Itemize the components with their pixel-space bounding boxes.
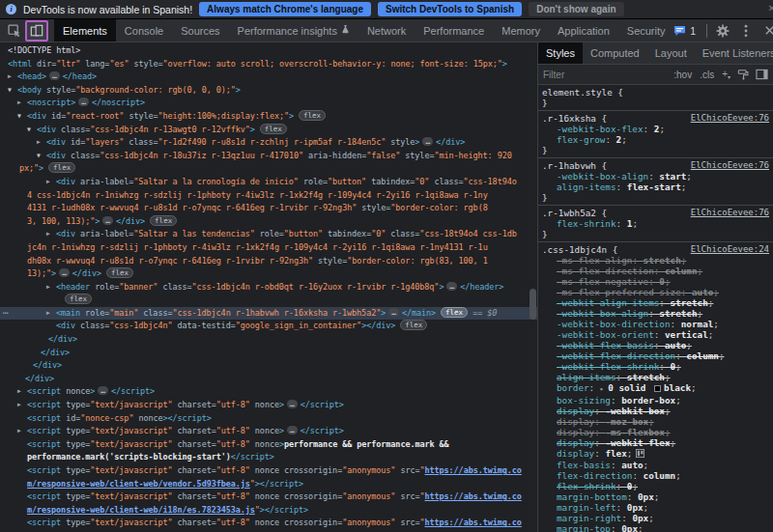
dom-tree-node[interactable]: ▼<body style="background-color: rgb(0, 0… <box>0 84 537 98</box>
dom-tree-node[interactable]: ⋯▶<main role="main" class="css-1dbjc4n r… <box>0 307 537 321</box>
css-property[interactable]: flex-shrink: 0; <box>542 481 770 491</box>
expand-arrow-icon[interactable]: ▶ <box>46 307 50 321</box>
expand-arrow-icon[interactable]: ▶ <box>46 281 50 294</box>
collapse-arrow-icon[interactable]: ▼ <box>8 84 12 98</box>
stylesheet-link[interactable]: ElChicoEevee:24 <box>691 244 769 255</box>
css-property[interactable]: -webkit-flex-shrink: 0; <box>542 361 770 372</box>
stylesheet-link[interactable]: ElChicoEevee:76 <box>691 113 769 124</box>
dom-tree-node[interactable]: 4 css-1dbjc4n r-1niwhzg r-sdzlij r-1phbo… <box>0 189 537 203</box>
dom-tree-node[interactable]: <div class="css-1dbjc4n" data-testid="go… <box>0 320 537 333</box>
tab-security[interactable]: Security <box>618 19 668 42</box>
expand-ellipsis[interactable]: … <box>102 216 113 225</box>
elements-scrollbar-thumb[interactable] <box>530 289 536 320</box>
flex-badge[interactable]: flex <box>106 267 133 278</box>
css-property[interactable]: -webkit-box-align: start; <box>542 171 770 182</box>
css-property[interactable]: margin-top: 0px; <box>542 523 770 532</box>
dom-tree-node[interactable]: </div> <box>0 347 537 360</box>
expand-arrow-icon[interactable]: ▶ <box>17 425 21 438</box>
toggle-element-state-button[interactable]: :hov <box>673 70 692 80</box>
css-property[interactable]: -ms-flex-negative: 0; <box>542 276 770 287</box>
dom-tree-node[interactable]: px;">flex <box>0 162 537 176</box>
dom-tree-node[interactable]: ▶<script type="text/javascript" charset=… <box>0 399 537 412</box>
dom-tree-node[interactable]: ▶<noscript>…</noscript> <box>0 97 537 110</box>
flex-editor-icon[interactable] <box>636 449 644 460</box>
expand-ellipsis[interactable]: … <box>59 268 70 277</box>
css-property[interactable]: display: -webkit-box; <box>542 406 770 416</box>
more-options-kebab-icon[interactable] <box>735 21 757 41</box>
expand-ellipsis[interactable]: … <box>49 71 60 80</box>
expand-ellipsis[interactable]: … <box>98 386 108 395</box>
dom-tree-node[interactable]: ▶<div id="layers" class="r-1d2f490 r-u8s… <box>0 136 537 150</box>
dom-tree-node[interactable]: </div> <box>0 373 537 386</box>
flex-badge[interactable]: flex <box>260 124 287 134</box>
css-selector[interactable]: .css-1dbjc4n {ElChicoEevee:24 <box>542 244 770 255</box>
dom-tree-node[interactable]: ▶<script nonce>…</script> <box>0 385 537 399</box>
styles-filter-input[interactable] <box>543 70 667 80</box>
css-property[interactable]: -webkit-box-align: stretch; <box>542 308 770 319</box>
dom-tree-node[interactable]: dh08x r-wwvuq4 r-u8s1d r-o7ynqc r-6416eg… <box>0 255 537 268</box>
close-devtools-icon[interactable] <box>759 21 773 41</box>
dom-tree-node[interactable]: ▶<div aria-label="Saltar a las tendencia… <box>0 228 537 241</box>
css-property[interactable]: flex-grow: 2; <box>542 134 770 145</box>
css-property[interactable]: margin-right: 0px; <box>542 513 770 523</box>
infobar-close-icon[interactable]: ✕ <box>768 3 773 14</box>
css-property[interactable]: margin-left: 0px; <box>542 502 770 513</box>
new-style-rule-button[interactable]: +▾ <box>722 69 730 80</box>
expand-arrow-icon[interactable]: ▶ <box>46 228 50 241</box>
css-property[interactable]: flex-shrink: 1; <box>542 218 770 229</box>
tab-application[interactable]: Application <box>549 19 618 42</box>
dom-tree-node[interactable]: <script type="text/javascript" charset="… <box>0 490 537 504</box>
css-property[interactable]: display: -webkit-flex; <box>542 437 770 448</box>
dom-tree-node[interactable]: ▼<div class="css-1dbjc4n r-18u37iz r-13q… <box>0 150 537 163</box>
dom-tree-node[interactable]: ▶<head>…</head> <box>0 70 537 84</box>
dom-tree-node[interactable]: performance.mark('scripts-blocking-start… <box>0 451 537 464</box>
css-property[interactable]: display: flex; <box>542 448 770 460</box>
tab-styles[interactable]: Styles <box>538 42 583 64</box>
issues-button[interactable]: 1 <box>668 25 701 37</box>
always-match-language-button[interactable]: Always match Chrome's language <box>199 2 371 16</box>
css-property[interactable]: -ms-flex-direction: column; <box>542 266 770 276</box>
css-property[interactable]: display: -ms-flexbox; <box>542 427 770 437</box>
tab-computed[interactable]: Computed <box>583 42 647 64</box>
tab-sources[interactable]: Sources <box>172 19 228 42</box>
expand-ellipsis[interactable]: … <box>287 426 298 434</box>
dom-tree-node[interactable]: ▶<header role="banner" class="css-1dbjc4… <box>0 281 537 294</box>
device-toolbar-icon[interactable] <box>25 20 48 42</box>
dom-tree-node[interactable]: <html dir="ltr" lang="es" style="overflo… <box>0 58 537 71</box>
css-property[interactable]: border: ▸ 0 solid black; <box>542 382 770 395</box>
tab-layout[interactable]: Layout <box>647 42 695 64</box>
inspect-element-icon[interactable] <box>4 21 25 41</box>
dom-tree-node[interactable]: flex <box>0 294 537 307</box>
tab-memory[interactable]: Memory <box>493 19 549 42</box>
css-selector[interactable]: .r-1wbh5a2 {ElChicoEevee:76 <box>542 208 770 218</box>
dom-tree-node[interactable]: <!DOCTYPE html> <box>0 44 537 58</box>
css-property[interactable]: align-items: flex-start; <box>542 182 770 192</box>
tab-console[interactable]: Console <box>116 19 172 42</box>
css-property[interactable]: -webkit-align-items: stretch; <box>542 297 770 308</box>
css-property[interactable]: -webkit-flex-direction: column; <box>542 350 770 361</box>
flex-badge[interactable]: flex <box>150 215 177 226</box>
dom-tree-node[interactable]: m/responsive-web/client-web/i18n/es.7823… <box>0 504 537 518</box>
dom-tree-node[interactable]: ▶<div aria-label="Saltar a la cronología… <box>0 176 537 189</box>
dom-tree-node[interactable]: <script type="text/javascript" charset="… <box>0 438 537 452</box>
collapse-arrow-icon[interactable]: ▼ <box>27 124 31 137</box>
css-property[interactable]: -webkit-box-flex: 2; <box>542 124 770 134</box>
dom-tree-node[interactable]: <script id="nonce-csp" nonce></script> <box>0 412 537 426</box>
dont-show-again-button[interactable]: Don't show again <box>529 2 623 16</box>
expand-arrow-icon[interactable]: ▶ <box>17 399 21 412</box>
css-property[interactable]: -webkit-box-orient: vertical; <box>542 329 770 340</box>
dom-tree-node[interactable]: </div> <box>0 359 537 373</box>
expand-arrow-icon[interactable]: ▶ <box>17 97 21 110</box>
css-property[interactable]: -webkit-box-direction: normal; <box>542 319 770 329</box>
tab-event-listeners[interactable]: Event Listeners <box>695 42 773 64</box>
expand-ellipsis[interactable]: … <box>388 308 399 317</box>
expand-ellipsis[interactable]: … <box>422 137 433 146</box>
dom-tree-node[interactable]: </div> <box>0 333 537 347</box>
tab-performance-insights[interactable]: Performance insights <box>229 19 358 42</box>
dom-tree-node[interactable]: jc4n r-1niwhzg r-sdzlij r-1phboty r-4iw3… <box>0 241 537 255</box>
stylesheet-link[interactable]: ElChicoEevee:76 <box>691 208 769 218</box>
css-property[interactable]: margin-bottom: 0px; <box>542 491 770 502</box>
css-property[interactable]: align-items: stretch; <box>542 372 770 382</box>
css-property[interactable]: -ms-flex-align: stretch; <box>542 255 770 266</box>
expand-arrow-icon[interactable]: ▶ <box>8 70 12 84</box>
